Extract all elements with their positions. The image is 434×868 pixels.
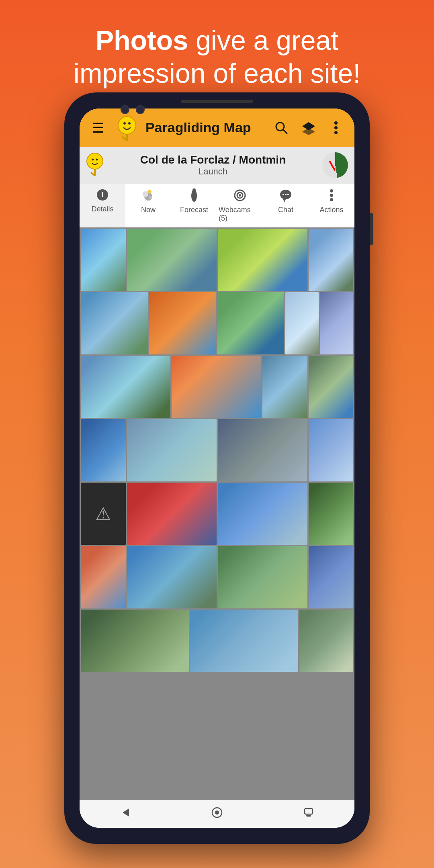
svg-point-11 <box>334 131 338 134</box>
svg-marker-33 <box>283 199 286 202</box>
svg-point-31 <box>239 194 241 197</box>
list-item[interactable] <box>81 546 126 608</box>
list-item[interactable] <box>309 483 354 545</box>
camera-dot-1 <box>121 105 129 114</box>
svg-point-22 <box>147 190 151 194</box>
svg-point-12 <box>87 153 103 169</box>
promo-header: Photos give a great impression of each s… <box>0 0 434 106</box>
svg-rect-43 <box>305 809 313 814</box>
svg-text:i: i <box>101 191 103 199</box>
webcam-icon <box>233 188 247 204</box>
list-item[interactable] <box>172 356 261 418</box>
svg-point-2 <box>128 122 131 125</box>
list-item[interactable] <box>309 356 354 418</box>
svg-point-13 <box>92 159 94 161</box>
svg-point-28 <box>192 188 196 192</box>
svg-point-9 <box>334 121 338 125</box>
list-item[interactable] <box>190 610 298 672</box>
compass-needle <box>329 161 336 171</box>
svg-point-21 <box>149 196 152 199</box>
search-button[interactable] <box>271 117 292 138</box>
svg-point-37 <box>330 189 333 192</box>
tab-actions-label: Actions <box>319 206 343 214</box>
list-item[interactable] <box>127 419 217 481</box>
location-name: Col de la Forclaz / Montmin <box>108 154 317 166</box>
list-item[interactable] <box>218 229 307 291</box>
camera-dot-2 <box>136 105 145 114</box>
svg-marker-40 <box>123 809 129 817</box>
svg-marker-8 <box>302 128 315 135</box>
compass <box>322 152 348 178</box>
svg-point-1 <box>123 122 126 125</box>
list-item[interactable] <box>218 483 307 545</box>
now-icon <box>141 188 155 204</box>
layers-button[interactable] <box>298 117 319 138</box>
list-item[interactable]: ⚠ <box>81 483 126 545</box>
svg-point-39 <box>330 198 333 201</box>
tab-now[interactable]: Now <box>125 184 171 227</box>
svg-point-0 <box>118 117 136 134</box>
tab-webcams-label: Webcams (5) <box>219 206 261 223</box>
tab-now-label: Now <box>141 206 156 214</box>
svg-point-42 <box>215 811 219 815</box>
tab-actions[interactable]: Actions <box>309 184 354 227</box>
list-item[interactable] <box>127 229 217 291</box>
list-item[interactable] <box>218 419 307 481</box>
list-item[interactable] <box>285 292 319 354</box>
svg-point-10 <box>334 126 338 129</box>
back-button[interactable] <box>119 807 131 822</box>
photo-grid[interactable]: ⚠ <box>80 227 354 800</box>
list-item[interactable] <box>149 292 216 354</box>
app-title: Paragliding Map <box>145 120 264 135</box>
recents-button[interactable] <box>303 807 315 822</box>
home-button[interactable] <box>211 807 223 822</box>
tab-chat[interactable]: Chat <box>263 184 309 227</box>
phone-frame: ☰ Paragliding Map <box>64 92 370 844</box>
tab-chat-label: Chat <box>278 206 293 214</box>
actions-icon <box>328 188 335 204</box>
list-item[interactable] <box>299 610 353 672</box>
list-item[interactable] <box>218 546 307 608</box>
list-item[interactable] <box>81 419 126 481</box>
tab-details[interactable]: i Details <box>80 184 125 227</box>
app-logo <box>115 114 139 142</box>
screen: ☰ Paragliding Map <box>80 108 354 828</box>
location-header: Col de la Forclaz / Montmin Launch <box>80 147 354 184</box>
menu-button[interactable]: ☰ <box>88 117 108 138</box>
list-item[interactable] <box>81 610 189 672</box>
chat-icon <box>279 188 293 204</box>
list-item[interactable] <box>81 292 148 354</box>
tab-bar: i Details Now <box>80 184 354 227</box>
svg-point-38 <box>330 194 333 197</box>
tab-forecast-label: Forecast <box>180 206 208 214</box>
svg-point-20 <box>143 191 148 197</box>
tab-forecast[interactable]: Forecast <box>171 184 217 227</box>
list-item[interactable] <box>320 292 353 354</box>
app-bar: ☰ Paragliding Map <box>80 108 354 147</box>
location-info: Col de la Forclaz / Montmin Launch <box>108 154 317 177</box>
svg-point-36 <box>287 194 289 195</box>
svg-rect-44 <box>306 815 311 817</box>
svg-point-14 <box>96 159 98 161</box>
list-item[interactable] <box>127 546 217 608</box>
location-pin <box>86 152 104 178</box>
list-item[interactable] <box>309 546 354 608</box>
list-item[interactable] <box>309 229 354 291</box>
tab-webcams[interactable]: Webcams (5) <box>217 184 263 227</box>
forecast-icon <box>188 188 200 204</box>
details-icon: i <box>96 188 109 203</box>
list-item[interactable] <box>217 292 284 354</box>
nav-bar <box>80 800 354 828</box>
tab-details-label: Details <box>91 205 113 213</box>
list-item[interactable] <box>81 229 126 291</box>
svg-line-6 <box>283 129 287 133</box>
svg-point-34 <box>283 194 284 195</box>
menu-icon: ☰ <box>92 120 104 136</box>
svg-point-35 <box>285 194 287 195</box>
more-button[interactable] <box>326 117 346 138</box>
list-item[interactable] <box>127 483 217 545</box>
list-item[interactable] <box>81 356 170 418</box>
list-item[interactable] <box>262 356 307 418</box>
power-button <box>370 213 373 245</box>
list-item[interactable] <box>309 419 354 481</box>
